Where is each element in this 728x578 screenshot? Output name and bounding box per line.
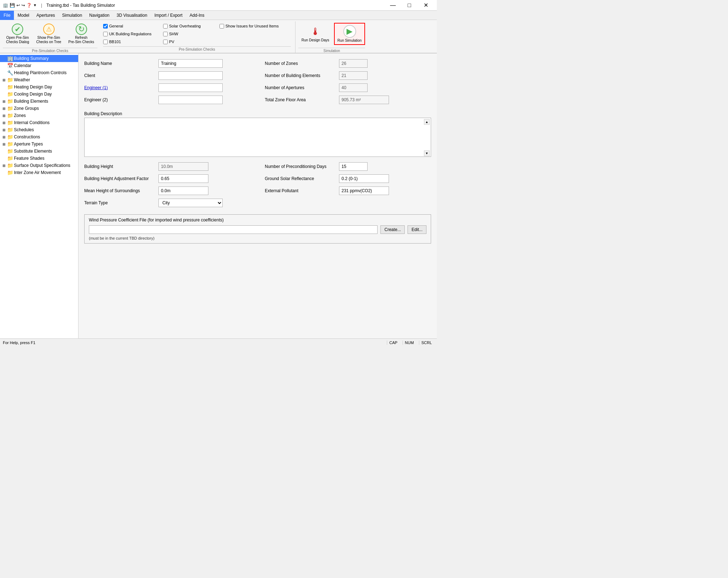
show-issues-checkbox[interactable]: [219, 24, 224, 29]
scrl-indicator: SCRL: [419, 341, 434, 345]
refresh-pre-sim-icon: ↻: [76, 24, 87, 35]
maximize-button[interactable]: □: [401, 0, 418, 11]
menu-navigation[interactable]: Navigation: [86, 11, 113, 20]
sidebar-item-heating-plantroom[interactable]: 🔧 Heating Plantroom Controls: [0, 69, 78, 76]
quick-access-redo[interactable]: ↪: [21, 3, 25, 8]
general-checkbox[interactable]: [103, 24, 108, 29]
close-button[interactable]: ✕: [418, 0, 434, 11]
minimize-button[interactable]: —: [385, 0, 401, 11]
show-pre-sim-label: Show Pre-SimChecks on Tree: [36, 36, 61, 44]
solar-overheating-checkbox[interactable]: [163, 24, 168, 29]
sidebar-item-building-summary[interactable]: 🏢 Building Summary: [0, 55, 78, 62]
sidebar-item-weather[interactable]: ⊞ 📁 Weather: [0, 76, 78, 83]
num-preconditioning-input[interactable]: [339, 162, 368, 171]
expand-icon[interactable]: ⊞: [1, 135, 6, 139]
pv-checkbox[interactable]: [163, 40, 168, 44]
show-issues-checkbox-label[interactable]: Show Issues for Unused Items: [219, 23, 291, 29]
client-input[interactable]: [158, 71, 223, 80]
schedules-folder-icon: 📁: [7, 127, 13, 133]
sidebar-item-building-elements[interactable]: ⊞ 📁 Building Elements: [0, 98, 78, 105]
sidebar-item-label: Substitute Elements: [14, 149, 77, 154]
cap-indicator: CAP: [387, 341, 400, 345]
status-help-text: For Help, press F1: [3, 341, 35, 345]
engineer2-label: Engineer (2): [84, 97, 156, 102]
general-checkbox-label[interactable]: General: [103, 23, 160, 29]
building-description-section: Building Description ▲ ▼: [84, 111, 431, 158]
building-summary-icon: 🏢: [7, 56, 13, 61]
expand-icon[interactable]: ⊞: [1, 164, 6, 168]
open-pre-sim-button[interactable]: ✔ Open Pre-SimChecks Dialog: [3, 22, 32, 46]
pv-checkbox-label[interactable]: PV: [163, 39, 217, 45]
terrain-type-select[interactable]: City Country Suburban Seaside: [158, 199, 223, 207]
engineer1-input[interactable]: [158, 83, 223, 92]
quick-access-help[interactable]: ❓: [26, 3, 32, 8]
edit-button[interactable]: Edit...: [408, 225, 426, 234]
expand-icon[interactable]: ⊞: [1, 78, 6, 82]
sidebar-item-substitute-elements[interactable]: 📁 Substitute Elements: [0, 148, 78, 155]
shw-checkbox[interactable]: [163, 32, 168, 36]
solar-overheating-label: Solar Overheating: [169, 24, 201, 28]
sidebar-item-zones[interactable]: ⊞ 📁 Zones: [0, 112, 78, 119]
ground-solar-input[interactable]: [339, 174, 389, 183]
menu-3d-visualisation[interactable]: 3D Visualisation: [113, 11, 151, 20]
sidebar-item-heating-design-day[interactable]: 📁 Heating Design Day: [0, 83, 78, 91]
thermometer-icon: 🌡: [310, 26, 320, 37]
run-design-days-button[interactable]: 🌡 Run Design Days: [298, 24, 333, 44]
sidebar-item-feature-shades[interactable]: 📁 Feature Shades: [0, 155, 78, 162]
expand-icon[interactable]: ⊞: [1, 142, 6, 146]
bottom-right-column: Number of Preconditioning Days Ground So…: [265, 162, 431, 211]
window-title: Training.tbd - Tas Building Simulator: [46, 3, 115, 8]
expand-icon[interactable]: ⊞: [1, 128, 6, 132]
uk-building-checkbox[interactable]: [103, 32, 108, 36]
building-name-input[interactable]: [158, 59, 223, 68]
mean-height-input[interactable]: [158, 186, 208, 195]
quick-access-dropdown[interactable]: ▼: [33, 3, 37, 7]
building-height-adj-input[interactable]: [158, 174, 208, 183]
quick-access-undo[interactable]: ↩: [16, 3, 20, 8]
scrollbar-up-btn[interactable]: ▲: [424, 119, 430, 125]
client-label: Client: [84, 73, 156, 78]
scrollbar-down-btn[interactable]: ▼: [424, 150, 430, 156]
expand-icon[interactable]: ⊞: [1, 114, 6, 118]
external-pollutant-input[interactable]: [339, 186, 389, 195]
right-column: Number of Zones Number of Building Eleme…: [265, 59, 431, 108]
wind-note: (must be in the current TBD directory): [89, 236, 426, 240]
wind-file-input[interactable]: [89, 225, 378, 234]
quick-access-save[interactable]: 💾: [10, 3, 15, 8]
menu-apertures[interactable]: Apertures: [33, 11, 59, 20]
solar-overheating-checkbox-label[interactable]: Solar Overheating: [163, 23, 217, 29]
sidebar-item-surface-output[interactable]: ⊞ 📁 Surface Output Specifications: [0, 162, 78, 169]
sidebar-item-calendar[interactable]: 📅 Calendar: [0, 62, 78, 69]
expand-icon[interactable]: ⊞: [1, 107, 6, 111]
create-button[interactable]: Create...: [380, 225, 405, 234]
sidebar-item-zone-groups[interactable]: ⊞ 📁 Zone Groups: [0, 105, 78, 112]
uk-building-checkbox-label[interactable]: UK Building Regulations: [103, 31, 160, 37]
menu-import-export[interactable]: Import / Export: [151, 11, 186, 20]
sidebar-item-inter-zone-air[interactable]: 📁 Inter Zone Air Movement: [0, 169, 78, 176]
engineer2-input[interactable]: [158, 96, 223, 104]
menu-add-ins[interactable]: Add-Ins: [186, 11, 208, 20]
expand-icon[interactable]: ⊞: [1, 99, 6, 103]
bb101-checkbox-label[interactable]: BB101: [103, 39, 160, 45]
client-row: Client: [84, 71, 251, 80]
open-pre-sim-label: Open Pre-SimChecks Dialog: [6, 36, 29, 44]
bb101-checkbox[interactable]: [103, 40, 108, 44]
sidebar-item-internal-conditions[interactable]: ⊞ 📁 Internal Conditions: [0, 119, 78, 126]
menu-model[interactable]: Model: [14, 11, 33, 20]
calendar-icon: 📅: [7, 63, 13, 68]
building-description-textarea[interactable]: [84, 118, 431, 157]
menu-simulation[interactable]: Simulation: [59, 11, 86, 20]
expand-icon[interactable]: ⊞: [1, 121, 6, 125]
sidebar-item-cooling-design-day[interactable]: 📁 Cooling Design Day: [0, 91, 78, 98]
sidebar-item-aperture-types[interactable]: ⊞ 📁 Aperture Types: [0, 140, 78, 148]
menu-file[interactable]: File: [0, 11, 14, 20]
run-simulation-button[interactable]: ▶ Run Simulation: [334, 23, 365, 45]
num-preconditioning-label: Number of Preconditioning Days: [265, 164, 336, 169]
sidebar-item-label: Feature Shades: [14, 156, 77, 161]
shw-checkbox-label[interactable]: SHW: [163, 31, 217, 37]
wind-pressure-title: Wind Pressure Coefficient File (for impo…: [89, 218, 426, 222]
sidebar-item-constructions[interactable]: ⊞ 📁 Constructions: [0, 133, 78, 140]
sidebar-item-schedules[interactable]: ⊞ 📁 Schedules: [0, 126, 78, 133]
show-pre-sim-button[interactable]: ⚠ Show Pre-SimChecks on Tree: [33, 22, 64, 46]
refresh-pre-sim-button[interactable]: ↻ RefreshPre-Sim Checks: [65, 22, 97, 46]
